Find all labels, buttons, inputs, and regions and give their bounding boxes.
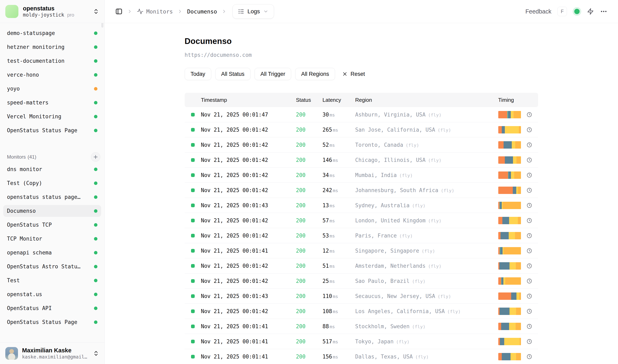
- sidebar-item-hetzner-monitoring[interactable]: hetzner monitoring: [3, 41, 101, 53]
- clock-icon[interactable]: [527, 263, 532, 269]
- view-selector-logs[interactable]: Logs: [232, 4, 274, 19]
- sidebar-scrollbar-thumb[interactable]: [101, 23, 103, 27]
- sidebar-item-tcp-monitor[interactable]: TCP Monitor: [3, 233, 101, 245]
- clock-icon[interactable]: [527, 127, 532, 133]
- timing-bar[interactable]: [498, 141, 521, 149]
- sidebar-item-speed-matters[interactable]: speed-matters: [3, 97, 101, 108]
- sidebar-item-openstatus-status-page[interactable]: openstatus status page…: [3, 191, 101, 203]
- filter-chip-all-regions[interactable]: All Regions: [295, 68, 335, 80]
- timing-bar[interactable]: [498, 156, 521, 164]
- sidebar-item-vercel-monitoring[interactable]: Vercel Monitoring: [3, 111, 101, 122]
- table-row[interactable]: Nov 21, 2025 00:01:41 200 88ms Stockholm…: [185, 319, 538, 334]
- filter-chip-all-status[interactable]: All Status: [215, 68, 250, 80]
- status-indicator-icon: [191, 264, 195, 268]
- clock-icon[interactable]: [527, 339, 532, 344]
- table-row[interactable]: Nov 21, 2025 00:01:41 200 12ms Singapore…: [185, 243, 538, 258]
- table-row[interactable]: Nov 21, 2025 00:01:41 200 156ms Dallas, …: [185, 349, 538, 364]
- timing-bar[interactable]: [498, 126, 521, 133]
- sidebar-item-openstatus-astro-statu[interactable]: OpenStatus Astro Statu…: [3, 260, 101, 273]
- clock-icon[interactable]: [527, 142, 532, 148]
- clock-icon[interactable]: [527, 218, 532, 223]
- timing-bar[interactable]: [498, 111, 521, 118]
- sidebar-item-dns-monitor[interactable]: dns monitor: [3, 163, 101, 175]
- table-row[interactable]: Nov 21, 2025 00:01:43 200 110ms Secaucus…: [185, 289, 538, 304]
- table-row[interactable]: Nov 21, 2025 00:01:42 200 108ms Los Ange…: [185, 304, 538, 319]
- provider-label: (fly): [428, 112, 441, 117]
- sidebar-item-openstatus-api[interactable]: OpenStatus API: [3, 302, 101, 314]
- table-row[interactable]: Nov 21, 2025 00:01:42 200 242ms Johannes…: [185, 183, 538, 198]
- timing-bar[interactable]: [498, 308, 521, 315]
- clock-icon[interactable]: [527, 157, 532, 163]
- workspace-switcher[interactable]: openstatus moldy-joystick pro: [0, 0, 104, 23]
- timing-bar[interactable]: [498, 247, 521, 254]
- sidebar-item-openstatus-tcp[interactable]: OpenStatus TCP: [3, 219, 101, 231]
- clock-icon[interactable]: [527, 354, 532, 360]
- sidebar-item-openstatus-status-page[interactable]: OpenStatus Status Page: [3, 316, 101, 328]
- sidebar-item-test-documentation[interactable]: test-documentation: [3, 55, 101, 67]
- table-row[interactable]: Nov 21, 2025 00:01:42 200 51ms Amsterdam…: [185, 258, 538, 273]
- sidebar-item-test-copy[interactable]: Test (Copy): [3, 177, 101, 189]
- sidebar-toggle-button[interactable]: [115, 8, 123, 15]
- table-row[interactable]: Nov 21, 2025 00:01:43 200 13ms Sydney, A…: [185, 198, 538, 213]
- cell-status: 200: [296, 293, 322, 299]
- timing-bar[interactable]: [498, 217, 521, 224]
- clock-icon[interactable]: [527, 293, 532, 299]
- table-row[interactable]: Nov 21, 2025 00:01:42 200 34ms Mumbai, I…: [185, 168, 538, 183]
- timing-bar[interactable]: [498, 338, 521, 345]
- status-pages-list: demo-statuspage hetzner monitoring test-…: [3, 27, 101, 136]
- cell-latency: 52ms: [322, 142, 355, 148]
- reset-filters-button[interactable]: Reset: [342, 71, 365, 77]
- cell-latency: 25ms: [322, 278, 355, 284]
- sidebar-item-documenso[interactable]: Documenso: [3, 205, 101, 217]
- user-menu[interactable]: Maximilian Kaske kaske.maximilian@gmail…: [0, 342, 104, 364]
- timing-bar[interactable]: [498, 262, 521, 270]
- timing-bar[interactable]: [498, 171, 521, 179]
- clock-icon[interactable]: [527, 324, 532, 329]
- clock-icon[interactable]: [527, 248, 532, 254]
- sidebar-item-label: test-documentation: [7, 58, 64, 64]
- sidebar-item-verce-hono[interactable]: verce-hono: [3, 69, 101, 81]
- clock-icon[interactable]: [527, 203, 532, 208]
- table-row[interactable]: Nov 21, 2025 00:01:42 200 52ms Toronto, …: [185, 137, 538, 153]
- timing-bar[interactable]: [498, 277, 521, 285]
- table-row[interactable]: Nov 21, 2025 00:01:42 200 57ms London, U…: [185, 213, 538, 228]
- table-row[interactable]: Nov 21, 2025 00:01:42 200 25ms Sao Paulo…: [185, 273, 538, 289]
- table-row[interactable]: Nov 21, 2025 00:01:47 200 30ms Ashburn, …: [185, 107, 538, 122]
- table-row[interactable]: Nov 21, 2025 00:01:42 200 53ms Paris, Fr…: [185, 228, 538, 243]
- sidebar-item-openapi-schema[interactable]: openapi schema: [3, 247, 101, 259]
- sidebar-item-openstat-us[interactable]: openstat.us: [3, 288, 101, 300]
- feedback-button[interactable]: Feedback: [526, 8, 551, 15]
- timing-bar[interactable]: [498, 202, 521, 209]
- sidebar-item-test[interactable]: Test: [3, 274, 101, 286]
- quick-actions-button[interactable]: [587, 8, 594, 15]
- sidebar-item-demo-statuspage[interactable]: demo-statuspage: [3, 27, 101, 39]
- cell-timing: [498, 156, 538, 164]
- clock-icon[interactable]: [527, 187, 532, 193]
- breadcrumb-monitors[interactable]: Monitors: [137, 8, 173, 15]
- sidebar-item-yoyo[interactable]: yoyo: [3, 83, 101, 95]
- table-row[interactable]: Nov 21, 2025 00:01:42 200 265ms San Jose…: [185, 122, 538, 137]
- clock-icon[interactable]: [527, 233, 532, 238]
- clock-icon[interactable]: [527, 112, 532, 117]
- clock-icon[interactable]: [527, 172, 532, 178]
- timing-bar[interactable]: [498, 232, 521, 239]
- filter-chip-all-trigger[interactable]: All Trigger: [255, 68, 291, 80]
- clock-icon[interactable]: [527, 308, 532, 314]
- status-dot-icon: [94, 59, 97, 63]
- sidebar-item-openstatus-status-page[interactable]: OpenStatus Status Page: [3, 124, 101, 136]
- more-options-button[interactable]: [600, 8, 607, 15]
- breadcrumb-monitor[interactable]: Documenso: [187, 8, 217, 15]
- filter-chip-today[interactable]: Today: [185, 68, 211, 80]
- table-row[interactable]: Nov 21, 2025 00:01:42 200 146ms Chicago,…: [185, 153, 538, 168]
- cell-region: Ashburn, Virginia, USA(fly): [355, 112, 498, 118]
- status-pulse-icon[interactable]: [574, 9, 579, 14]
- timing-bar[interactable]: [498, 187, 521, 194]
- clock-icon[interactable]: [527, 278, 532, 284]
- table-row[interactable]: Nov 21, 2025 00:01:41 200 517ms Tokyo, J…: [185, 334, 538, 349]
- timing-bar[interactable]: [498, 292, 521, 300]
- add-monitor-button[interactable]: [91, 152, 100, 162]
- cell-timestamp: Nov 21, 2025 00:01:42: [201, 278, 296, 284]
- timing-bar[interactable]: [498, 323, 521, 330]
- table-body: Nov 21, 2025 00:01:47 200 30ms Ashburn, …: [185, 107, 538, 364]
- timing-bar[interactable]: [498, 353, 521, 360]
